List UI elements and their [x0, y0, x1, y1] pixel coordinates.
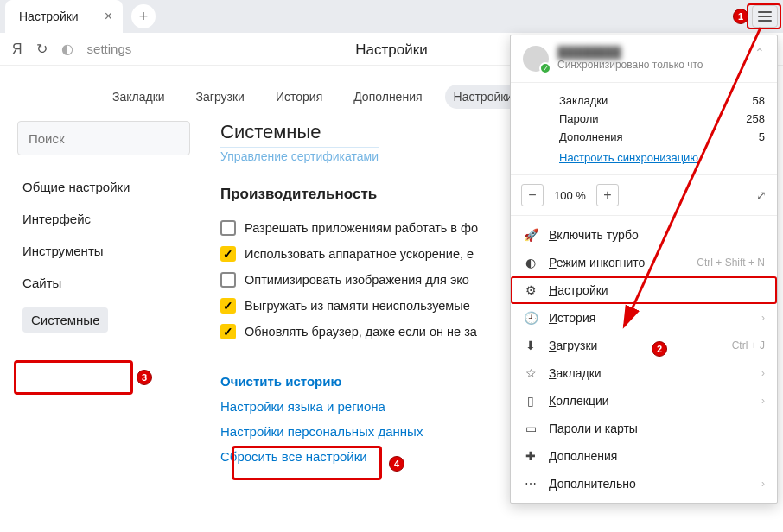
nav-bookmarks[interactable]: Закладки	[104, 85, 174, 109]
sidebar-item-sites[interactable]: Сайты	[17, 267, 203, 299]
menu-item-collection[interactable]: ▯Коллекции›	[511, 387, 777, 415]
menu-stats: Закладки58 Пароли258 Дополнения5 Настрои…	[511, 83, 777, 175]
callout-3: 3	[137, 370, 152, 385]
nav-history[interactable]: История	[267, 85, 331, 109]
clock-icon: 🕘	[523, 311, 538, 325]
menu-item-puzzle[interactable]: ✚Дополнения	[511, 442, 777, 470]
callout-4: 4	[389, 456, 404, 472]
menu-item-clock[interactable]: 🕘История›	[511, 304, 777, 332]
menu-item-download[interactable]: ⬇ЗагрузкиCtrl + J	[511, 332, 777, 359]
menu-item-star[interactable]: ☆Закладки›	[511, 359, 777, 387]
tab-title: Настройки	[19, 10, 79, 23]
gear-icon: ⚙	[523, 283, 538, 297]
menu-item-label: Дополнения	[549, 449, 617, 463]
check-label: Обновлять браузер, даже если он не за	[245, 325, 477, 339]
callout-1: 1	[733, 9, 748, 24]
menu-item-gear[interactable]: ⚙Настройки	[511, 276, 777, 304]
menu-item-label: История	[549, 311, 595, 325]
chevron-up-icon[interactable]: ⌃	[754, 46, 765, 60]
sync-ok-icon: ✓	[539, 62, 551, 74]
menu-shortcut: Ctrl + Shift + N	[697, 256, 765, 269]
stat-row: Закладки58	[559, 92, 765, 110]
menu-item-label: Включить турбо	[549, 228, 639, 242]
zoom-in-button[interactable]: +	[596, 184, 619, 206]
check-label: Выгружать из памяти неиспользуемые	[245, 299, 470, 313]
callout-2: 2	[652, 341, 667, 357]
menu-item-rocket[interactable]: 🚀Включить турбо	[511, 221, 777, 249]
nav-downloads[interactable]: Загрузки	[188, 85, 253, 109]
rocket-icon: 🚀	[523, 228, 538, 242]
avatar: ✓	[523, 46, 549, 72]
chevron-right-icon: ›	[761, 478, 765, 490]
new-tab-button[interactable]: +	[131, 4, 156, 28]
stat-row: Пароли258	[559, 110, 765, 128]
puzzle-icon: ✚	[523, 449, 538, 463]
sync-status: Синхронизировано только что	[557, 59, 703, 71]
menu-item-label: Пароли и карты	[549, 421, 638, 435]
check-label: Оптимизировать изображения для эко	[245, 273, 469, 287]
link-certs[interactable]: Управление сертификатами	[220, 147, 379, 163]
sidebar-item-label: Системные	[22, 307, 108, 332]
nav-extensions[interactable]: Дополнения	[345, 85, 430, 109]
zoom-out-button[interactable]: −	[521, 184, 544, 206]
more-icon: ⋯	[523, 477, 538, 491]
sidebar-item-tools[interactable]: Инструменты	[17, 235, 203, 267]
fullscreen-icon[interactable]: ⤢	[756, 188, 767, 202]
check-label: Использовать аппаратное ускорение, е	[245, 247, 474, 261]
menu-item-mask[interactable]: ◐Режим инкогнитоCtrl + Shift + N	[511, 249, 777, 276]
menu-shortcut: Ctrl + J	[732, 339, 765, 352]
sidebar-item-general[interactable]: Общие настройки	[17, 171, 203, 203]
checkbox-off[interactable]	[220, 220, 236, 236]
sidebar-item-interface[interactable]: Интерфейс	[17, 203, 203, 235]
menu-zoom: − 100 % + ⤢	[511, 175, 777, 216]
menu-item-label: Режим инкогнито	[549, 256, 645, 269]
site-icon: ◐	[61, 41, 73, 57]
checkbox-on[interactable]: ✓	[220, 298, 236, 314]
checkbox-off[interactable]	[220, 272, 236, 288]
menu-item-more[interactable]: ⋯Дополнительно›	[511, 470, 777, 497]
checkbox-on[interactable]: ✓	[220, 246, 236, 262]
chevron-right-icon: ›	[761, 395, 765, 407]
checkbox-on[interactable]: ✓	[220, 324, 236, 339]
search-input[interactable]	[17, 121, 190, 155]
browser-tab[interactable]: Настройки ×	[5, 0, 123, 33]
menu-sync-block[interactable]: ✓ ████████ Синхронизировано только что ⌃	[511, 35, 777, 83]
card-icon: ▭	[523, 421, 538, 435]
menu-item-label: Настройки	[549, 283, 608, 297]
account-name: ████████	[557, 46, 703, 59]
settings-sidebar: Общие настройки Интерфейс Инструменты Са…	[17, 121, 203, 469]
hamburger-menu-button[interactable]	[752, 5, 778, 28]
stat-row: Дополнения5	[559, 128, 765, 146]
download-icon: ⬇	[523, 339, 538, 352]
close-icon[interactable]: ×	[105, 9, 112, 24]
chevron-right-icon: ›	[761, 312, 765, 324]
chevron-right-icon: ›	[761, 367, 765, 379]
check-label: Разрешать приложениям работать в фо	[245, 221, 478, 235]
collection-icon: ▯	[523, 394, 538, 408]
reload-icon[interactable]: ↻	[36, 41, 48, 57]
sync-settings-link[interactable]: Настроить синхронизацию	[559, 146, 698, 164]
yandex-logo-icon[interactable]: Я	[12, 41, 22, 57]
menu-item-label: Дополнительно	[549, 477, 636, 491]
main-menu-popup: ✓ ████████ Синхронизировано только что ⌃…	[510, 35, 778, 504]
address-text[interactable]: settings	[87, 41, 132, 56]
menu-item-label: Закладки	[549, 366, 602, 380]
mask-icon: ◐	[523, 256, 538, 269]
sidebar-item-system[interactable]: Системные	[17, 299, 203, 341]
menu-item-label: Коллекции	[549, 394, 609, 408]
zoom-value: 100 %	[551, 189, 589, 202]
star-icon: ☆	[523, 366, 538, 380]
menu-item-label: Загрузки	[549, 339, 597, 352]
menu-item-card[interactable]: ▭Пароли и карты	[511, 415, 777, 442]
browser-tabstrip: Настройки × + 1	[0, 0, 783, 33]
